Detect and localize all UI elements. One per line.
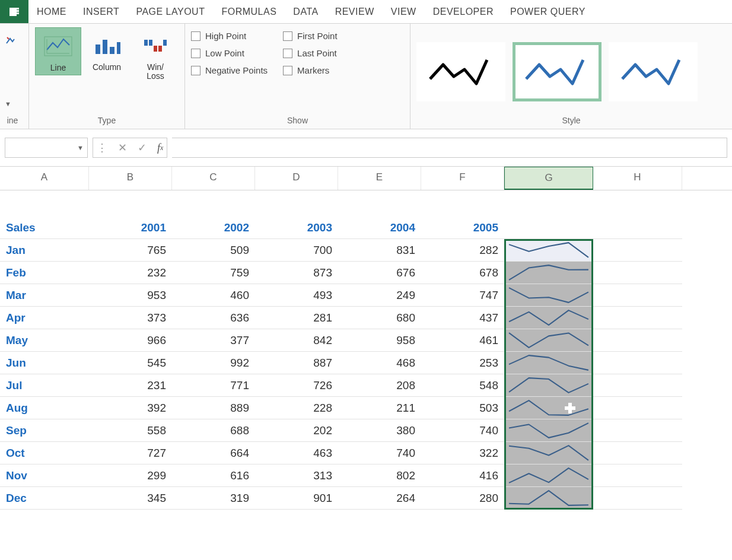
cell-empty[interactable]	[593, 190, 682, 217]
cancel-formula-button[interactable]: ✕	[118, 141, 127, 154]
cell-value[interactable]: 676	[338, 262, 421, 284]
cell-empty[interactable]	[593, 284, 682, 307]
sparkline-cell[interactable]	[504, 329, 593, 352]
cell-value[interactable]: 493	[255, 284, 338, 307]
cell-value[interactable]: 232	[89, 262, 172, 284]
sparkline-type-winloss[interactable]: Win/ Loss	[132, 27, 179, 84]
cell-empty[interactable]	[593, 487, 682, 510]
cell-value[interactable]: 678	[421, 262, 504, 284]
cell-value[interactable]: 231	[89, 374, 172, 397]
cell-value[interactable]: 264	[338, 487, 421, 510]
cell-value[interactable]: 966	[89, 329, 172, 352]
ribbon-tab-home[interactable]: HOME	[28, 0, 75, 23]
cell-value[interactable]: 280	[421, 487, 504, 510]
cell-value[interactable]: 461	[421, 329, 504, 352]
cell-value[interactable]: 873	[255, 262, 338, 284]
sparkline-cell[interactable]	[504, 239, 593, 262]
ribbon-tab-data[interactable]: DATA	[285, 0, 326, 23]
cell-value[interactable]: 842	[255, 329, 338, 352]
column-header-D[interactable]: D	[255, 167, 338, 190]
cell-value[interactable]: 688	[172, 419, 255, 442]
cell-value[interactable]: 700	[255, 239, 338, 262]
cell-year-2004[interactable]: 2004	[338, 217, 421, 239]
formula-more-button[interactable]: ⋮	[97, 141, 107, 154]
cell-value[interactable]: 460	[172, 284, 255, 307]
sparkline-cell[interactable]	[504, 397, 593, 419]
cell-year-2002[interactable]: 2002	[172, 217, 255, 239]
check-low-point[interactable]: Low Point	[191, 48, 268, 58]
cell-empty[interactable]	[593, 352, 682, 374]
check-last-point[interactable]: Last Point	[283, 48, 338, 58]
sparkline-cell[interactable]	[504, 262, 593, 284]
cell-empty[interactable]	[172, 190, 255, 217]
cell-value[interactable]: 345	[89, 487, 172, 510]
cell-sales-label[interactable]: Sales	[0, 217, 89, 239]
chevron-down-icon[interactable]: ▼	[5, 100, 11, 107]
cell-value[interactable]: 747	[421, 284, 504, 307]
column-header-B[interactable]: B	[89, 167, 172, 190]
cell-value[interactable]: 740	[421, 419, 504, 442]
column-header-E[interactable]: E	[338, 167, 421, 190]
cell-empty[interactable]	[593, 397, 682, 419]
cell-value[interactable]: 558	[89, 419, 172, 442]
cell-month-mar[interactable]: Mar	[0, 284, 89, 307]
sparkline-cell[interactable]	[504, 487, 593, 510]
ribbon-tab-formulas[interactable]: FORMULAS	[213, 0, 285, 23]
cell-month-sep[interactable]: Sep	[0, 419, 89, 442]
cell-month-dec[interactable]: Dec	[0, 487, 89, 510]
edit-data-icon[interactable]	[5, 36, 15, 46]
cell-value[interactable]: 319	[172, 487, 255, 510]
cell-empty[interactable]	[89, 190, 172, 217]
column-header-F[interactable]: F	[421, 167, 504, 190]
file-tab[interactable]	[0, 0, 28, 23]
cell-month-aug[interactable]: Aug	[0, 397, 89, 419]
sparkline-cell[interactable]	[504, 374, 593, 397]
cell-value[interactable]: 958	[338, 329, 421, 352]
cell-value[interactable]: 392	[89, 397, 172, 419]
sparkline-cell[interactable]	[504, 284, 593, 307]
enter-formula-button[interactable]: ✓	[138, 141, 147, 154]
cell-value[interactable]: 282	[421, 239, 504, 262]
cell-empty[interactable]	[255, 190, 338, 217]
cell-value[interactable]: 765	[89, 239, 172, 262]
cell-value[interactable]: 887	[255, 352, 338, 374]
insert-function-button[interactable]: fx	[157, 142, 163, 154]
column-header-H[interactable]: H	[593, 167, 682, 190]
sparkline-type-column[interactable]: Column	[84, 27, 130, 74]
cell-value[interactable]: 953	[89, 284, 172, 307]
cell-value[interactable]: 740	[338, 442, 421, 464]
cell-empty[interactable]	[593, 307, 682, 329]
sparkline-cell[interactable]	[504, 419, 593, 442]
ribbon-tab-view[interactable]: VIEW	[383, 0, 425, 23]
sparkline-cell[interactable]	[504, 352, 593, 374]
cell-value[interactable]: 377	[172, 329, 255, 352]
cell-empty[interactable]	[593, 464, 682, 487]
cell-month-nov[interactable]: Nov	[0, 464, 89, 487]
cell-value[interactable]: 281	[255, 307, 338, 329]
sparkline-style-2[interactable]	[609, 42, 698, 101]
cell-value[interactable]: 437	[421, 307, 504, 329]
cell-month-may[interactable]: May	[0, 329, 89, 352]
ribbon-tab-developer[interactable]: DEVELOPER	[425, 0, 502, 23]
cell-value[interactable]: 503	[421, 397, 504, 419]
cell-empty[interactable]	[338, 190, 421, 217]
cell-value[interactable]: 416	[421, 464, 504, 487]
cell-month-jun[interactable]: Jun	[0, 352, 89, 374]
cell-empty[interactable]	[593, 419, 682, 442]
cell-empty[interactable]	[0, 190, 89, 217]
cell-value[interactable]: 313	[255, 464, 338, 487]
cell-empty[interactable]	[593, 329, 682, 352]
cell-empty[interactable]	[593, 262, 682, 284]
cell-value[interactable]: 468	[338, 352, 421, 374]
cell-month-jul[interactable]: Jul	[0, 374, 89, 397]
cell-year-2003[interactable]: 2003	[255, 217, 338, 239]
cell-month-oct[interactable]: Oct	[0, 442, 89, 464]
check-negative-points[interactable]: Negative Points	[191, 65, 268, 75]
cell-empty[interactable]	[593, 217, 682, 239]
check-first-point[interactable]: First Point	[283, 31, 338, 41]
cell-empty[interactable]	[421, 190, 504, 217]
cell-value[interactable]: 802	[338, 464, 421, 487]
cell-empty[interactable]	[593, 374, 682, 397]
cell-value[interactable]: 253	[421, 352, 504, 374]
cell-month-jan[interactable]: Jan	[0, 239, 89, 262]
